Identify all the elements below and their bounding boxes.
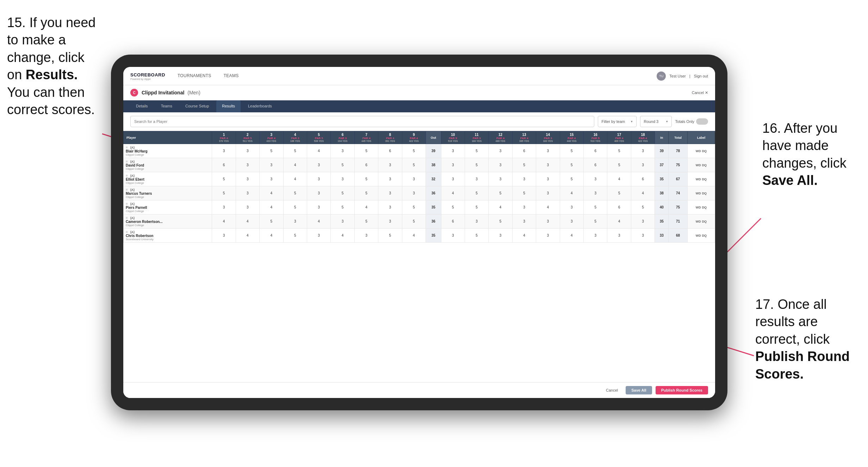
hole-7-score[interactable]: 4 xyxy=(354,200,378,214)
hole-9-score[interactable]: 4 xyxy=(402,229,426,243)
hole-12-score[interactable]: 3 xyxy=(489,229,512,243)
hole-18-score[interactable]: 3 xyxy=(631,158,655,172)
hole-4-score[interactable]: 5 xyxy=(283,144,307,158)
hole-2-score[interactable]: 3 xyxy=(236,172,259,186)
hole-11-score[interactable]: 5 xyxy=(465,144,488,158)
hole-14-score[interactable]: 3 xyxy=(536,229,560,243)
dq-label[interactable]: DQ xyxy=(702,149,707,153)
hole-1-score[interactable]: 6 xyxy=(212,158,236,172)
hole-18-score[interactable]: 5 xyxy=(631,200,655,214)
hole-1-score[interactable]: 5 xyxy=(212,186,236,200)
hole-16-score[interactable]: 3 xyxy=(584,229,607,243)
hole-15-score[interactable]: 5 xyxy=(560,172,583,186)
tab-results[interactable]: Results xyxy=(216,100,241,112)
hole-6-score[interactable]: 3 xyxy=(331,214,354,229)
tab-leaderboards[interactable]: Leaderboards xyxy=(242,100,278,112)
hole-4-score[interactable]: 5 xyxy=(283,229,307,243)
hole-1-score[interactable]: 4 xyxy=(212,214,236,229)
hole-16-score[interactable]: 6 xyxy=(584,158,607,172)
hole-14-score[interactable]: 3 xyxy=(536,214,560,229)
hole-1-score[interactable]: 3 xyxy=(212,229,236,243)
hole-11-score[interactable]: 5 xyxy=(465,158,488,172)
hole-6-score[interactable]: 3 xyxy=(331,172,354,186)
nav-link-tournaments[interactable]: TOURNAMENTS xyxy=(176,68,213,85)
hole-4-score[interactable]: 5 xyxy=(283,186,307,200)
hole-17-score[interactable]: 3 xyxy=(607,229,631,243)
hole-3-score[interactable]: 4 xyxy=(260,186,283,200)
wd-label[interactable]: WD xyxy=(696,163,701,167)
cancel-button[interactable]: Cancel xyxy=(602,386,622,394)
hole-6-score[interactable]: 3 xyxy=(331,144,354,158)
hole-5-score[interactable]: 3 xyxy=(307,186,330,200)
hole-7-score[interactable]: 5 xyxy=(354,186,378,200)
dq-label[interactable]: DQ xyxy=(702,234,707,237)
hole-14-score[interactable]: 3 xyxy=(536,172,560,186)
cancel-tournament-btn[interactable]: Cancel ✕ xyxy=(692,91,708,95)
hole-13-score[interactable]: 4 xyxy=(512,229,536,243)
hole-5-score[interactable]: 3 xyxy=(307,158,330,172)
hole-15-score[interactable]: 4 xyxy=(560,229,583,243)
hole-11-score[interactable]: 5 xyxy=(465,186,488,200)
hole-7-score[interactable]: 3 xyxy=(354,229,378,243)
hole-16-score[interactable]: 5 xyxy=(584,200,607,214)
wd-label[interactable]: WD xyxy=(696,234,701,237)
hole-10-score[interactable]: 3 xyxy=(441,158,465,172)
hole-10-score[interactable]: 3 xyxy=(441,172,465,186)
hole-9-score[interactable]: 5 xyxy=(402,200,426,214)
hole-8-score[interactable]: 6 xyxy=(378,144,402,158)
hole-10-score[interactable]: 5 xyxy=(441,200,465,214)
hole-17-score[interactable]: 5 xyxy=(607,186,631,200)
hole-1-score[interactable]: 3 xyxy=(212,200,236,214)
hole-15-score[interactable]: 3 xyxy=(560,214,583,229)
dq-label[interactable]: DQ xyxy=(702,206,707,209)
hole-3-score[interactable]: 3 xyxy=(260,172,283,186)
dq-label[interactable]: DQ xyxy=(702,163,707,167)
hole-5-score[interactable]: 3 xyxy=(307,229,330,243)
hole-10-score[interactable]: 6 xyxy=(441,214,465,229)
hole-1-score[interactable]: 5 xyxy=(212,172,236,186)
toggle-switch[interactable] xyxy=(696,118,708,125)
hole-16-score[interactable]: 3 xyxy=(584,172,607,186)
hole-8-score[interactable]: 5 xyxy=(378,229,402,243)
hole-13-score[interactable]: 3 xyxy=(512,214,536,229)
hole-12-score[interactable]: 5 xyxy=(489,214,512,229)
hole-2-score[interactable]: 3 xyxy=(236,144,259,158)
hole-17-score[interactable]: 6 xyxy=(607,200,631,214)
save-all-button[interactable]: Save All xyxy=(626,386,652,394)
hole-7-score[interactable]: 6 xyxy=(354,158,378,172)
hole-2-score[interactable]: 4 xyxy=(236,229,259,243)
hole-2-score[interactable]: 3 xyxy=(236,158,259,172)
hole-3-score[interactable]: 3 xyxy=(260,158,283,172)
hole-2-score[interactable]: 3 xyxy=(236,186,259,200)
hole-13-score[interactable]: 3 xyxy=(512,172,536,186)
hole-11-score[interactable]: 5 xyxy=(465,229,488,243)
hole-9-score[interactable]: 3 xyxy=(402,172,426,186)
hole-2-score[interactable]: 4 xyxy=(236,214,259,229)
dq-label[interactable]: DQ xyxy=(702,220,707,223)
hole-11-score[interactable]: 5 xyxy=(465,200,488,214)
hole-8-score[interactable]: 3 xyxy=(378,200,402,214)
hole-8-score[interactable]: 3 xyxy=(378,214,402,229)
hole-8-score[interactable]: 3 xyxy=(378,158,402,172)
hole-14-score[interactable]: 3 xyxy=(536,158,560,172)
hole-3-score[interactable]: 4 xyxy=(260,200,283,214)
publish-round-scores-button[interactable]: Publish Round Scores xyxy=(656,386,708,394)
hole-13-score[interactable]: 5 xyxy=(512,186,536,200)
search-input[interactable] xyxy=(130,116,594,127)
hole-3-score[interactable]: 5 xyxy=(260,144,283,158)
hole-12-score[interactable]: 3 xyxy=(489,144,512,158)
filter-team-dropdown[interactable]: Filter by team ▾ xyxy=(598,116,637,127)
hole-7-score[interactable]: 5 xyxy=(354,214,378,229)
hole-17-score[interactable]: 4 xyxy=(607,214,631,229)
tab-course-setup[interactable]: Course Setup xyxy=(180,100,215,112)
hole-13-score[interactable]: 3 xyxy=(512,200,536,214)
hole-14-score[interactable]: 3 xyxy=(536,144,560,158)
totals-only-toggle[interactable]: Totals Only xyxy=(675,118,708,125)
nav-link-teams[interactable]: TEAMS xyxy=(222,68,241,85)
hole-14-score[interactable]: 3 xyxy=(536,186,560,200)
round-dropdown[interactable]: Round 3 ▾ xyxy=(640,116,672,127)
hole-16-score[interactable]: 5 xyxy=(584,214,607,229)
hole-12-score[interactable]: 3 xyxy=(489,172,512,186)
hole-9-score[interactable]: 5 xyxy=(402,158,426,172)
hole-10-score[interactable]: 4 xyxy=(441,186,465,200)
